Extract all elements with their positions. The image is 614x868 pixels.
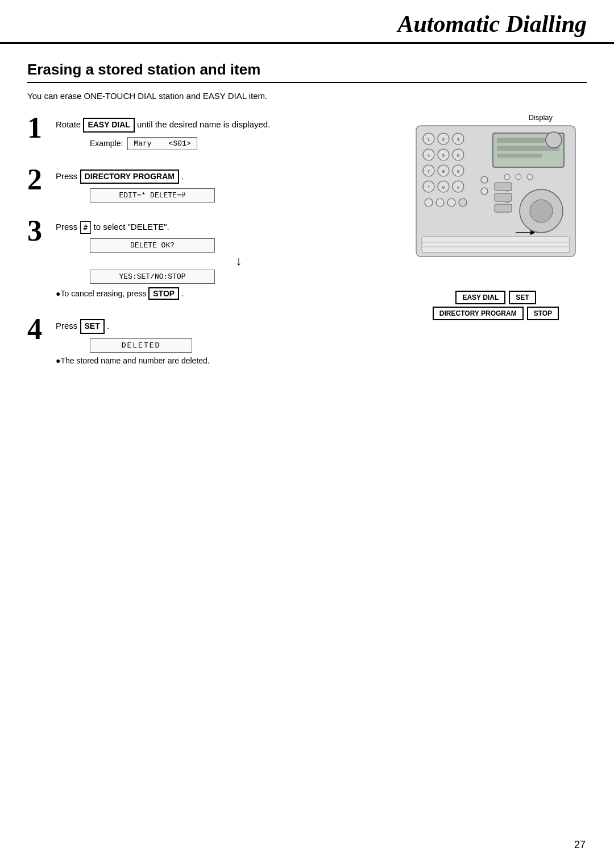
step-3-text-after: to select "DELETE". [94,222,169,232]
step-4-content: Press SET . DELETED ●The stored name and… [56,315,388,369]
step-3-display1: DELETE OK? [90,238,215,253]
intro-text: You can erase ONE-TOUCH DIAL station and… [27,91,587,101]
main-content: Erasing a stored station and item You ca… [0,44,614,403]
svg-point-34 [481,176,488,183]
step-2-content: Press DIRECTORY PROGRAM . EDIT=* DELETE=… [56,165,388,205]
step-4-text-after: . [107,321,109,330]
svg-point-40 [527,174,533,180]
device-bottom-labels: EASY DIAL SET [405,291,587,304]
svg-text:4: 4 [428,153,430,158]
svg-rect-46 [422,237,570,253]
example-row: Example: Mary <S01> [90,137,388,150]
svg-text:#: # [457,185,460,190]
example-code: <S01> [169,139,191,148]
arrow-down-icon: ↓ [90,255,388,267]
step-4-text-before: Press [56,321,77,330]
svg-text:7: 7 [428,169,430,174]
page-header: Automatic Dialling [0,0,614,44]
svg-point-39 [516,174,521,180]
step-3-text: Press # to select "DELETE". [56,221,388,234]
step-4-text: Press SET . [56,319,388,334]
device-diagram: 1 2 3 4 5 6 7 8 [410,123,581,287]
step-2-text: Press DIRECTORY PROGRAM . [56,170,388,184]
svg-text:2: 2 [442,137,445,142]
page-number: 27 [574,839,586,851]
step-1-text-before: Rotate [56,119,81,129]
svg-rect-4 [497,154,542,158]
directory-program-label: DIRECTORY PROGRAM [433,307,524,320]
step-3-content: Press # to select "DELETE". DELETE OK? ↓… [56,216,388,303]
step-4-display: DELETED [90,338,192,353]
step-4-number: 4 [27,315,49,344]
svg-rect-45 [495,204,512,212]
step-1-number: 1 [27,113,49,143]
svg-point-30 [425,199,433,206]
step-3-text-before: Press [56,222,77,232]
step-3: 3 Press # to select "DELETE". DELETE OK?… [27,216,388,303]
page-title: Automatic Dialling [397,11,587,37]
set-keyword: SET [80,319,105,334]
step-2: 2 Press DIRECTORY PROGRAM . EDIT=* DELET… [27,165,388,205]
svg-point-32 [447,199,455,206]
main-layout: 1 Rotate EASY DIAL until the desired nam… [27,113,587,380]
svg-text:*: * [428,184,430,190]
svg-point-31 [436,199,444,206]
easy-dial-label: EASY DIAL [455,291,505,304]
step-4: 4 Press SET . DELETED ●The stored name a… [27,315,388,369]
svg-point-33 [459,199,467,206]
svg-text:0: 0 [442,185,445,190]
step-3-number: 3 [27,216,49,246]
svg-point-5 [546,132,562,148]
step-2-number: 2 [27,165,49,195]
stop-label: STOP [527,307,559,320]
directory-program-keyword: DIRECTORY PROGRAM [80,170,179,184]
step-2-display: EDIT=* DELETE=# [90,188,215,202]
left-column: 1 Rotate EASY DIAL until the desired nam… [27,113,388,380]
device-svg: 1 2 3 4 5 6 7 8 [410,123,581,285]
set-label: SET [509,291,536,304]
step-3-display2: YES:SET/NO:STOP [90,270,215,284]
step-1-text: Rotate EASY DIAL until the desired name … [56,118,388,133]
svg-text:5: 5 [442,153,445,158]
step-1: 1 Rotate EASY DIAL until the desired nam… [27,113,388,154]
step-4-bullet: ●The stored name and number are deleted. [56,356,388,365]
step-2-text-before: Press [56,171,77,181]
right-column: Display 1 [405,113,587,320]
step-1-content: Rotate EASY DIAL until the desired name … [56,113,388,154]
svg-point-35 [481,188,488,195]
easy-dial-keyword: EASY DIAL [83,118,134,133]
step-2-text-after: . [181,171,184,181]
step-3-bullet-text: ●To cancel erasing, press [56,289,146,298]
display-label: Display [405,113,587,122]
step-3-bullet: ●To cancel erasing, press STOP . [56,287,388,300]
svg-rect-44 [495,193,512,201]
svg-text:3: 3 [457,137,460,142]
hash-keyword: # [80,221,92,234]
stop-keyword: STOP [148,287,179,300]
svg-rect-43 [495,183,512,191]
step-3-bullet-end: . [181,289,184,298]
svg-point-38 [504,174,510,180]
svg-text:1: 1 [428,137,430,142]
example-value: Mary [134,139,151,148]
step-1-text-after: until the desired name is displayed. [137,119,270,129]
svg-text:8: 8 [442,169,445,174]
svg-point-37 [530,200,553,222]
example-display: Mary <S01> [127,137,197,150]
device-bottom-labels-2: DIRECTORY PROGRAM STOP [405,307,587,320]
example-label: Example: [90,139,123,148]
svg-text:6: 6 [457,153,460,158]
section-title: Erasing a stored station and item [27,61,587,83]
svg-text:9: 9 [457,169,460,174]
